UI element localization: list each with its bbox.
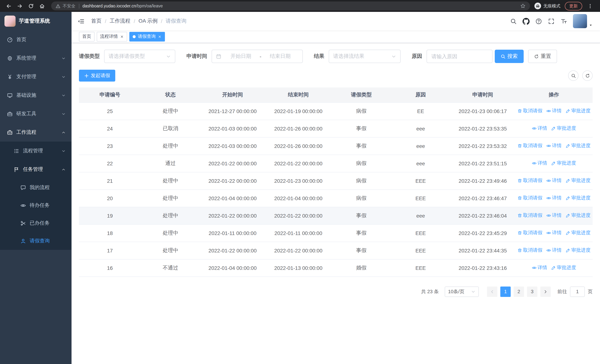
sidebar-item[interactable]: 工作流程	[0, 123, 72, 142]
breadcrumb-item[interactable]: 首页	[91, 18, 102, 24]
bookmark-star-icon[interactable]	[520, 3, 525, 9]
audit-progress-link[interactable]: 审批进度	[551, 125, 576, 132]
detail-link[interactable]: 详情	[532, 264, 547, 271]
page-unit-label: 页	[588, 288, 593, 295]
browser-update-button[interactable]: 更新	[565, 2, 582, 10]
browser-reload-button[interactable]	[26, 1, 36, 11]
next-page-button[interactable]	[540, 286, 551, 297]
edit-icon	[565, 109, 570, 113]
breadcrumb-item[interactable]: OA 示例	[139, 18, 158, 24]
briefcase-icon	[7, 130, 13, 135]
toggle-search-button[interactable]	[568, 70, 579, 81]
search-button[interactable]: 搜索	[495, 50, 524, 63]
detail-link[interactable]: 详情	[546, 247, 562, 254]
view-tab[interactable]: 首页	[79, 32, 94, 41]
cancel-leave-link[interactable]: 取消请假	[517, 230, 542, 236]
audit-progress-link[interactable]: 审批进度	[551, 264, 576, 271]
sidebar-item[interactable]: 我的流程	[0, 179, 72, 196]
cancel-leave-link[interactable]: 取消请假	[517, 142, 542, 149]
trash-icon	[517, 178, 522, 183]
view-tab[interactable]: 请假查询	[129, 32, 165, 41]
cancel-leave-link[interactable]: 取消请假	[517, 195, 542, 201]
actions-cell: 详情审批进度	[515, 259, 593, 277]
detail-link[interactable]: 详情	[546, 212, 562, 219]
sidebar-item[interactable]: 首页	[0, 30, 72, 49]
detail-link[interactable]: 详情	[546, 230, 562, 236]
browser-back-button[interactable]	[4, 1, 13, 11]
detail-link[interactable]: 详情	[546, 108, 562, 114]
leave-type-cell: 事假	[332, 120, 391, 137]
page-size-select[interactable]: 10条/页	[445, 286, 479, 297]
detail-link[interactable]: 详情	[546, 142, 562, 149]
sidebar-item[interactable]: 已办任务	[0, 214, 72, 232]
apply-id-cell: 22	[79, 155, 141, 172]
audit-progress-link[interactable]: 审批进度	[565, 142, 591, 149]
header-search-button[interactable]	[507, 12, 520, 30]
sidebar-item[interactable]: 流程管理	[0, 142, 72, 160]
github-link[interactable]	[520, 12, 532, 30]
browser-forward-button[interactable]	[15, 1, 24, 11]
start-time-cell: 2022-01-22 00:00:00	[200, 172, 265, 189]
detail-link[interactable]: 详情	[532, 160, 547, 167]
detail-link[interactable]: 详情	[532, 125, 547, 132]
result-select[interactable]: 请选择流结果	[329, 50, 401, 63]
view-tab[interactable]: 流程详情	[97, 32, 127, 41]
refresh-table-button[interactable]	[582, 70, 593, 81]
table-toolbar: 发起请假	[79, 70, 593, 82]
trash-icon	[517, 213, 522, 218]
page-number-button[interactable]: 3	[527, 286, 537, 297]
user-avatar-menu[interactable]	[573, 14, 593, 28]
prev-page-button[interactable]	[487, 286, 497, 297]
cancel-leave-label: 取消请假	[523, 212, 542, 219]
audit-progress-link[interactable]: 审批进度	[565, 212, 591, 219]
cancel-leave-link[interactable]: 取消请假	[517, 108, 542, 114]
audit-progress-link[interactable]: 审批进度	[565, 230, 591, 236]
sidebar-collapse-button[interactable]	[77, 18, 84, 25]
app-logo[interactable]: 芋道管理系统	[0, 12, 72, 30]
sidebar-item[interactable]: 基础设施	[0, 86, 72, 104]
create-leave-button[interactable]: 发起请假	[79, 70, 115, 82]
audit-progress-link[interactable]: 审批进度	[565, 247, 591, 254]
leave-type-cell: 事假	[332, 207, 391, 224]
table-body: 25处理中2021-12-27 00:00:002022-01-19 00:00…	[79, 102, 593, 277]
cancel-leave-link[interactable]: 取消请假	[517, 212, 542, 219]
detail-link[interactable]: 详情	[546, 195, 562, 201]
start-date-placeholder: 开始日期	[223, 53, 259, 60]
fullscreen-button[interactable]	[545, 12, 557, 30]
column-header: 申请时间	[450, 87, 515, 102]
browser-menu-button[interactable]	[585, 1, 595, 11]
sidebar-item[interactable]: 系统管理	[0, 49, 72, 67]
audit-progress-link[interactable]: 审批进度	[551, 160, 576, 167]
docs-help-button[interactable]	[532, 12, 545, 30]
sidebar-item[interactable]: 请假查询	[0, 232, 72, 250]
leave-type-select[interactable]: 请选择请假类型	[104, 50, 175, 63]
chevron-down-icon	[391, 54, 396, 59]
close-tab-button[interactable]	[158, 35, 162, 38]
cancel-leave-link[interactable]: 取消请假	[517, 177, 542, 184]
search-button-label: 搜索	[507, 53, 518, 60]
sidebar-item[interactable]: 待办任务	[0, 196, 72, 214]
sidebar-item[interactable]: 任务管理	[0, 160, 72, 179]
reason-input[interactable]	[427, 50, 493, 63]
eye-icon	[546, 143, 551, 148]
sidebar-item[interactable]: 支付管理	[0, 67, 72, 86]
leave-row: 21处理中2022-01-22 00:00:002022-01-23 00:00…	[79, 172, 593, 189]
reset-button[interactable]: 重置	[528, 50, 557, 63]
font-size-button[interactable]	[557, 12, 570, 30]
breadcrumb-item[interactable]: 工作流程	[110, 18, 131, 24]
page-number-button[interactable]: 1	[500, 286, 511, 297]
apply-time-range-picker[interactable]: 开始日期 - 结束日期	[212, 50, 303, 63]
address-bar[interactable]: 不安全 dashboard.yudao.iocoder.cn/bpm/oa/le…	[51, 1, 530, 10]
sidebar-item[interactable]: 研发工具	[0, 104, 72, 123]
page-number-button[interactable]: 2	[514, 286, 524, 297]
apply-id-cell: 21	[79, 172, 141, 189]
audit-progress-link[interactable]: 审批进度	[565, 177, 591, 184]
cancel-leave-link[interactable]: 取消请假	[517, 247, 542, 254]
flag-icon	[14, 167, 19, 172]
close-tab-button[interactable]	[120, 35, 124, 38]
browser-home-button[interactable]	[37, 1, 47, 11]
audit-progress-link[interactable]: 审批进度	[565, 108, 591, 114]
audit-progress-link[interactable]: 审批进度	[565, 195, 591, 201]
goto-page-input[interactable]	[570, 286, 585, 297]
detail-link[interactable]: 详情	[546, 177, 562, 184]
